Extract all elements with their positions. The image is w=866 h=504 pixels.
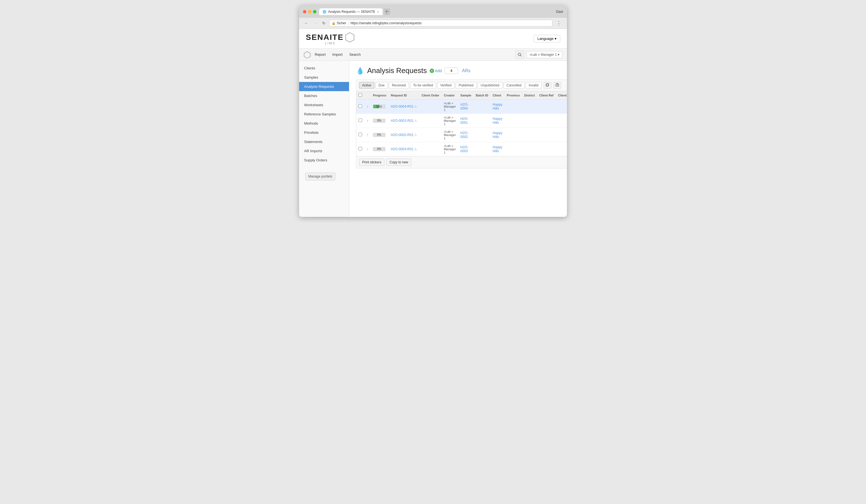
tab-due[interactable]: Due bbox=[376, 82, 388, 89]
table-row: ↑ 0% H2O-0003-R01⚠ »Lab » Manager 1 H2O-… bbox=[356, 142, 567, 157]
col-client[interactable]: Client bbox=[490, 91, 505, 100]
row-checkbox-1[interactable] bbox=[358, 118, 362, 122]
warning-icon-2: ⚠ bbox=[414, 133, 417, 137]
copy-button[interactable] bbox=[544, 82, 551, 89]
sample-link-3[interactable]: H2O-0003 bbox=[460, 145, 468, 153]
batch-id-0 bbox=[474, 100, 490, 114]
row-checkbox-0[interactable] bbox=[358, 104, 362, 108]
sidebar-item-pricelists[interactable]: Pricelists bbox=[299, 128, 349, 137]
sample-link-1[interactable]: H2O-0001 bbox=[460, 117, 468, 125]
minimize-button[interactable] bbox=[308, 10, 311, 13]
ars-link[interactable]: ARs bbox=[462, 68, 470, 73]
copy-to-new-button[interactable]: Copy to new bbox=[386, 159, 411, 166]
col-client-ref[interactable]: Client Ref bbox=[537, 91, 556, 100]
print-stickers-button[interactable]: Print stickers bbox=[359, 159, 385, 166]
col-creator[interactable]: Creator bbox=[442, 91, 458, 100]
creator-1: »Lab » Manager 1 bbox=[442, 114, 458, 128]
request-id-link-1[interactable]: H2O-0001-R01 bbox=[391, 119, 413, 123]
client-link-0[interactable]: Happy Hills bbox=[493, 103, 502, 111]
col-batch-id[interactable]: Batch ID bbox=[474, 91, 490, 100]
col-province[interactable]: Province bbox=[505, 91, 522, 100]
forward-button[interactable]: → bbox=[312, 20, 319, 26]
maximize-button[interactable] bbox=[313, 10, 317, 13]
col-client-sid[interactable]: Client SID bbox=[556, 91, 567, 100]
add-button[interactable]: + Add bbox=[430, 69, 442, 73]
tab-invalid[interactable]: Invalid bbox=[526, 82, 542, 89]
priority-icon-3: ↑ bbox=[367, 147, 368, 151]
select-all-checkbox[interactable] bbox=[358, 93, 362, 97]
back-button[interactable]: ← bbox=[303, 20, 310, 26]
sidebar-item-statements[interactable]: Statements bbox=[299, 137, 349, 146]
tab-active[interactable]: Active bbox=[359, 82, 375, 89]
sidebar-item-batches[interactable]: Batches bbox=[299, 91, 349, 100]
request-id-link-0[interactable]: H2O-0004-R01 bbox=[391, 104, 413, 108]
col-progress[interactable]: Progress bbox=[371, 91, 389, 100]
creator-0: »Lab » Manager 1 bbox=[442, 100, 458, 114]
warning-icon-0: ⚠ bbox=[414, 104, 417, 108]
browser-menu-button[interactable]: ⋮ bbox=[555, 20, 563, 27]
priority-icon-1: ↑ bbox=[367, 118, 368, 123]
province-3 bbox=[505, 142, 522, 157]
tab-cancelled[interactable]: Cancelled bbox=[503, 82, 524, 89]
col-checkbox[interactable] bbox=[356, 91, 364, 100]
new-tab-button[interactable] bbox=[384, 8, 390, 15]
sample-link-0[interactable]: H2O-0004 bbox=[460, 103, 468, 111]
tab-to-be-verified[interactable]: To be verified bbox=[410, 82, 436, 89]
search-button[interactable] bbox=[515, 50, 524, 59]
client-link-3[interactable]: Happy Hills bbox=[493, 145, 502, 153]
manage-portlets-button[interactable]: Manage portlets bbox=[305, 173, 335, 180]
client-sid-2 bbox=[556, 128, 567, 142]
count-input[interactable] bbox=[445, 67, 458, 74]
add-circle-icon: + bbox=[430, 69, 434, 73]
reload-button[interactable]: ↻ bbox=[321, 20, 327, 26]
language-button[interactable]: Language ▾ bbox=[534, 35, 560, 42]
row-checkbox-3[interactable] bbox=[358, 147, 362, 150]
col-client-order[interactable]: Client Order bbox=[419, 91, 442, 100]
breadcrumb-dropdown-icon: ▾ bbox=[558, 53, 559, 57]
sidebar-item-analysis-requests[interactable]: Analysis Requests bbox=[299, 82, 349, 91]
sidebar-item-supply-orders[interactable]: Supply Orders bbox=[299, 156, 349, 165]
batch-id-3 bbox=[474, 142, 490, 157]
col-request-id[interactable]: Request ID bbox=[389, 91, 419, 100]
sidebar-item-ar-imports[interactable]: AR Imports bbox=[299, 146, 349, 156]
client-link-1[interactable]: Happy Hills bbox=[493, 117, 502, 125]
client-order-1 bbox=[419, 114, 442, 128]
tab-verified[interactable]: Verified bbox=[437, 82, 455, 89]
browser-tab[interactable]: 🌐 Analysis Requests — SENAITE ✕ bbox=[319, 8, 382, 15]
svg-line-5 bbox=[521, 55, 522, 56]
close-button[interactable] bbox=[303, 10, 306, 13]
status-tabs: Active Due Received To be verified Verif… bbox=[356, 80, 567, 91]
request-id-link-3[interactable]: H2O-0003-R01 bbox=[391, 147, 413, 151]
add-label: Add bbox=[435, 69, 442, 73]
sidebar-item-samples[interactable]: Samples bbox=[299, 73, 349, 82]
tab-title: Analysis Requests — SENAITE bbox=[328, 10, 375, 14]
tab-unpublished[interactable]: Unpublished bbox=[478, 82, 502, 89]
tab-published[interactable]: Published bbox=[456, 82, 477, 89]
sidebar-item-clients[interactable]: Clients bbox=[299, 64, 349, 73]
batch-id-2 bbox=[474, 128, 490, 142]
copy-icon bbox=[546, 83, 549, 87]
url-protocol: Sicher bbox=[337, 21, 346, 25]
sidebar-item-methods[interactable]: Methods bbox=[299, 119, 349, 128]
creator-3: »Lab » Manager 1 bbox=[442, 142, 458, 157]
tab-close-btn[interactable]: ✕ bbox=[377, 10, 379, 13]
batch-id-1 bbox=[474, 114, 490, 128]
sidebar-item-reference-samples[interactable]: Reference Samples bbox=[299, 110, 349, 119]
client-link-2[interactable]: Happy Hills bbox=[493, 131, 502, 139]
sidebar-item-worksheets[interactable]: Worksheets bbox=[299, 100, 349, 110]
col-district[interactable]: District bbox=[522, 91, 537, 100]
sample-link-2[interactable]: H2O-0002 bbox=[460, 131, 468, 139]
row-checkbox-2[interactable] bbox=[358, 133, 362, 136]
warning-icon-3: ⚠ bbox=[414, 147, 417, 151]
client-sid-3 bbox=[556, 142, 567, 157]
search-nav-item[interactable]: Search bbox=[346, 51, 364, 58]
warning-icon-1: ⚠ bbox=[414, 119, 417, 123]
tab-received[interactable]: Received bbox=[389, 82, 409, 89]
request-id-link-2[interactable]: H2O-0002-R01 bbox=[391, 133, 413, 137]
delete-button[interactable] bbox=[554, 82, 561, 89]
import-nav-item[interactable]: Import bbox=[330, 51, 345, 58]
url-bar[interactable]: 🔒 Sicher | https://senaite.ridingbytes.c… bbox=[329, 20, 552, 26]
breadcrumb-button[interactable]: »Lab » Manager 1 ▾ bbox=[526, 51, 563, 58]
report-nav-item[interactable]: Report bbox=[312, 51, 329, 58]
col-sample[interactable]: Sample bbox=[458, 91, 474, 100]
